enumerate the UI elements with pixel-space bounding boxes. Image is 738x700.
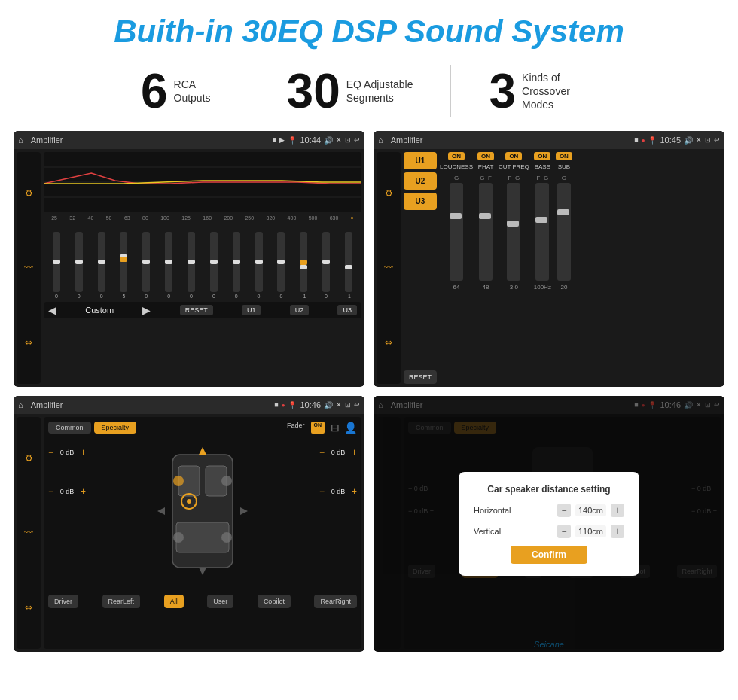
fader-dot-icon: ● xyxy=(282,402,285,409)
dialog-horizontal-plus[interactable]: + xyxy=(611,504,624,517)
eq-slider-handle-0[interactable] xyxy=(53,260,60,264)
crossover-close-icon: ✕ xyxy=(696,136,702,144)
location-icon: 📍 xyxy=(288,136,297,145)
fader-on-badge: ON xyxy=(311,422,325,434)
record-icon: ■ xyxy=(273,136,276,144)
eq-icon-wave[interactable]: 〰 xyxy=(24,263,33,273)
fader-db-row-tr: − 0 dB + xyxy=(319,447,357,458)
fader-status-icons: 📍 10:46 🔊 ✕ ⊡ ↩ xyxy=(288,400,360,409)
eq-icon-arrows[interactable]: ⇔ xyxy=(25,337,32,348)
eq-icon-settings[interactable]: ⚙ xyxy=(25,188,33,199)
fader-btn-rearright[interactable]: RearRight xyxy=(314,595,357,608)
fader-btn-user[interactable]: User xyxy=(207,595,233,608)
fader-content: ⚙ 〰 ⇔ Common Specialty Fader ON ⊟ 👤 xyxy=(14,414,364,652)
sub-slider[interactable] xyxy=(557,183,571,281)
fader-plus-tr[interactable]: + xyxy=(352,447,357,458)
fader-icon-settings[interactable]: ⚙ xyxy=(25,453,33,464)
crossover-status-bar: ⌂ Amplifier ■ ● 📍 10:45 🔊 ✕ ⊡ ↩ xyxy=(374,131,724,149)
fader-minus-tl[interactable]: − xyxy=(48,447,53,458)
crossover-u1-btn[interactable]: U1 xyxy=(404,152,437,169)
crossover-channel-selector: U1 U2 U3 RESET xyxy=(404,152,437,384)
dialog-vertical-minus[interactable]: − xyxy=(557,525,571,538)
fader-status-bar: ⌂ Amplifier ■ ● 📍 10:46 🔊 ✕ ⊡ ↩ xyxy=(14,396,364,414)
eq-u3-btn[interactable]: U3 xyxy=(337,305,357,315)
eq-slider-5: 0 xyxy=(165,232,172,299)
fader-bottom-buttons: Driver RearLeft All User Copilot RearRig… xyxy=(48,595,357,608)
eq-prev-btn[interactable]: ◀ xyxy=(48,304,56,316)
fader-home-icon[interactable]: ⌂ xyxy=(18,400,23,409)
dialog-vertical-row: Vertical − 110cm + xyxy=(474,525,624,538)
fader-tab-specialty[interactable]: Specialty xyxy=(94,422,137,434)
stat-number-eq: 30 xyxy=(287,67,340,115)
phat-val: 48 xyxy=(483,284,489,291)
crossover-location-icon: 📍 xyxy=(648,136,657,145)
fader-plus-tl[interactable]: + xyxy=(81,447,86,458)
fader-right-controls: − 0 dB + − 0 dB + xyxy=(319,440,357,497)
dialog-horizontal-minus[interactable]: − xyxy=(557,504,571,517)
phat-on-badge[interactable]: ON xyxy=(477,152,494,160)
fader-icon-wave[interactable]: 〰 xyxy=(24,528,33,538)
cutfreq-on-badge[interactable]: ON xyxy=(505,152,522,160)
loudness-on-badge[interactable]: ON xyxy=(448,152,465,160)
control-bass: ON BASS F G 100Hz xyxy=(534,152,551,384)
bass-on-badge[interactable]: ON xyxy=(534,152,550,160)
control-cutfreq: ON CUT FREQ F G 3.0 xyxy=(499,152,529,384)
fader-db-row-bl: − 0 dB + xyxy=(48,486,86,497)
eq-status-icons: 📍 10:44 🔊 ✕ ⊡ ↩ xyxy=(288,135,360,145)
close-icon: ✕ xyxy=(336,136,342,144)
crossover-u3-btn[interactable]: U3 xyxy=(404,193,437,210)
eq-u2-btn[interactable]: U2 xyxy=(290,305,310,315)
stats-row: 6 RCAOutputs 30 EQ AdjustableSegments 3 … xyxy=(0,57,738,131)
loudness-val: 64 xyxy=(453,284,460,291)
play-icon: ▶ xyxy=(279,136,285,144)
eq-next-btn[interactable]: ▶ xyxy=(142,304,151,316)
fader-minus-tr[interactable]: − xyxy=(319,447,325,458)
fader-expand-icon: ⊡ xyxy=(345,401,351,409)
phat-slider[interactable] xyxy=(479,183,493,281)
fader-btn-rearleft[interactable]: RearLeft xyxy=(102,595,141,608)
fader-toggle-icon[interactable]: ⊟ xyxy=(331,422,340,434)
fader-left-sidebar: ⚙ 〰 ⇔ xyxy=(17,417,41,649)
stat-rca: 6 RCAOutputs xyxy=(103,67,249,115)
fader-diagram-wrapper: − 0 dB + − 0 dB + xyxy=(48,440,357,590)
eq-content: ⚙ 〰 ⇔ xyxy=(14,149,364,387)
bass-slider[interactable] xyxy=(535,183,549,281)
eq-slider-6: 0 xyxy=(188,232,195,299)
fader-btn-all[interactable]: All xyxy=(164,595,184,608)
eq-slider-track-0[interactable] xyxy=(53,232,60,292)
crossover-reset-btn[interactable]: RESET xyxy=(404,370,437,384)
crossover-u2-btn[interactable]: U2 xyxy=(404,172,437,190)
svg-marker-17 xyxy=(240,507,248,515)
dialog-confirm-button[interactable]: Confirm xyxy=(511,546,587,564)
sub-on-badge[interactable]: ON xyxy=(556,152,572,160)
expand-arrows-icon[interactable]: » xyxy=(351,215,354,221)
crossover-icon-wave[interactable]: 〰 xyxy=(384,263,393,273)
fader-icon-arrows[interactable]: ⇔ xyxy=(25,602,32,613)
eq-status-bar: ⌂ Amplifier ■ ▶ 📍 10:44 🔊 ✕ ⊡ ↩ xyxy=(14,131,364,149)
crossover-home-icon[interactable]: ⌂ xyxy=(378,135,383,145)
fader-plus-br[interactable]: + xyxy=(352,486,357,497)
stat-crossover: 3 Kinds ofCrossover Modes xyxy=(451,67,635,115)
home-icon[interactable]: ⌂ xyxy=(18,135,23,145)
fader-btn-driver[interactable]: Driver xyxy=(48,595,78,608)
fader-minus-bl[interactable]: − xyxy=(48,486,53,497)
dialog-vertical-plus[interactable]: + xyxy=(611,525,624,538)
eq-reset-btn[interactable]: RESET xyxy=(180,305,213,315)
fader-db-row-br: − 0 dB + xyxy=(319,486,357,497)
stat-eq: 30 EQ AdjustableSegments xyxy=(249,67,451,115)
fader-plus-bl[interactable]: + xyxy=(81,486,86,497)
crossover-icon-arrows[interactable]: ⇔ xyxy=(385,337,392,348)
fader-btn-copilot[interactable]: Copilot xyxy=(258,595,291,608)
fader-tab-common[interactable]: Common xyxy=(48,422,91,434)
fader-minus-br[interactable]: − xyxy=(319,486,325,497)
crossover-back-icon: ↩ xyxy=(714,136,720,144)
cutfreq-slider[interactable] xyxy=(507,183,520,281)
crossover-icon-settings[interactable]: ⚙ xyxy=(385,188,393,199)
eq-u1-btn[interactable]: U1 xyxy=(242,305,261,315)
dialog-horizontal-value: 140cm xyxy=(575,504,606,516)
sub-label: SUB xyxy=(558,163,570,170)
crossover-content: ⚙ 〰 ⇔ U1 U2 U3 RESET ON LOUDNESS G xyxy=(374,149,724,387)
crossover-expand-icon: ⊡ xyxy=(705,136,711,144)
loudness-slider[interactable] xyxy=(450,183,463,281)
fader-person-icon[interactable]: 👤 xyxy=(344,422,357,434)
